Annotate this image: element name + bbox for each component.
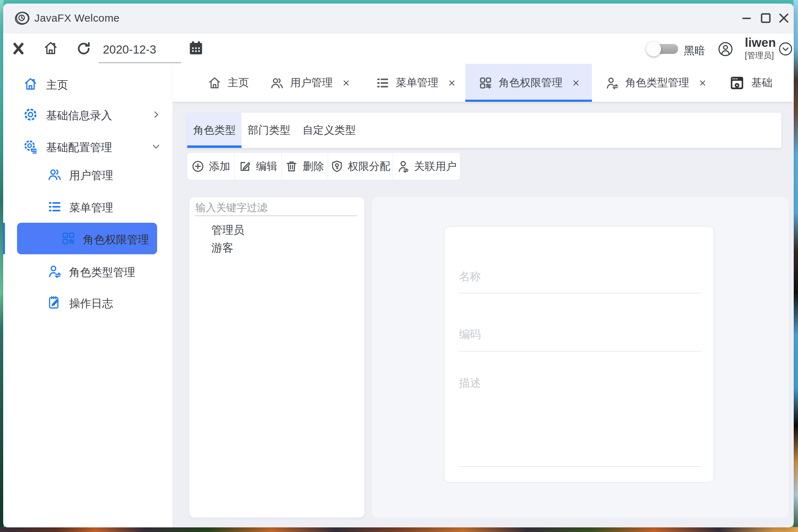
tab-close-icon[interactable] <box>572 79 580 87</box>
button-label: 关联用户 <box>414 159 456 174</box>
window-title: JavaFX Welcome <box>34 12 120 24</box>
sidebar-item-label: 角色类型管理 <box>69 265 135 280</box>
subtab-label: 部门类型 <box>248 123 290 138</box>
user-name[interactable]: liwen <box>745 35 776 50</box>
role-detail-form: 名称 编码 描述 <box>444 226 714 483</box>
app-logo-clock-icon <box>14 10 31 27</box>
sidebar-item-label: 主页 <box>46 78 68 93</box>
delete-button[interactable]: 删除 <box>281 153 328 180</box>
tab-label: 菜单管理 <box>396 76 438 90</box>
list-icon <box>48 200 62 214</box>
sidebar-item-basic-config[interactable]: 基础配置管理 <box>3 135 172 158</box>
tab-user-management[interactable]: 用户管理 <box>270 64 350 102</box>
link-users-button[interactable]: 关联用户 <box>393 153 460 180</box>
role-detail-panel: 名称 编码 描述 <box>372 197 789 518</box>
tab-role-permission-active[interactable]: 角色权限管理 <box>465 64 592 102</box>
tab-label: 基础 <box>751 76 772 90</box>
wallpaper-right-strip <box>793 0 798 532</box>
home-icon <box>208 76 221 90</box>
subtab-department-type[interactable]: 部门类型 <box>242 113 297 148</box>
maximize-button[interactable] <box>759 11 773 25</box>
app-window: JavaFX Welcome <box>3 4 794 527</box>
close-tabs-icon[interactable] <box>12 41 24 56</box>
edit-pencil-icon <box>239 160 251 173</box>
shield-key-icon <box>331 160 343 173</box>
sidebar-item-label: 菜单管理 <box>69 200 113 215</box>
home-icon[interactable] <box>43 41 58 56</box>
calendar-icon[interactable] <box>188 40 204 56</box>
sidebar-item-label: 操作日志 <box>69 296 113 311</box>
name-field-underline <box>458 293 702 293</box>
permission-assign-button[interactable]: 权限分配 <box>328 153 393 180</box>
sidebar-item-label: 用户管理 <box>69 168 113 183</box>
sidebar-item-home[interactable]: 主页 <box>3 73 172 95</box>
sidebar-item-role-permission[interactable]: 角色权限管理 <box>17 223 157 254</box>
chevron-down-icon <box>151 142 161 151</box>
filter-input[interactable]: 输入关键字过滤 <box>195 201 267 215</box>
user-role-badge: [管理员] <box>745 50 774 61</box>
trash-icon <box>285 160 298 173</box>
add-button[interactable]: 添加 <box>187 153 234 180</box>
description-field[interactable]: 描述 <box>459 376 481 390</box>
sidebar: 主页 基础信息录入 <box>3 64 172 527</box>
minimize-button[interactable] <box>739 11 754 25</box>
date-field[interactable]: 2020-12-3 <box>103 43 156 56</box>
components-grid-icon <box>61 231 76 245</box>
tab-label: 用户管理 <box>290 76 333 90</box>
gear-settings-icon <box>23 139 38 154</box>
sidebar-item-label: 基础信息录入 <box>46 108 112 123</box>
list-icon <box>376 76 389 90</box>
user-menu-chevron-icon[interactable] <box>778 42 793 56</box>
subtab-bar: 角色类型 部门类型 自定义类型 <box>187 113 781 148</box>
close-button[interactable] <box>777 11 791 25</box>
tab-label: 主页 <box>228 76 249 90</box>
sidebar-item-basic-info-entry[interactable]: 基础信息录入 <box>3 103 172 126</box>
tab-label: 角色类型管理 <box>625 76 689 90</box>
edit-button[interactable]: 编辑 <box>234 153 281 180</box>
tab-basic[interactable]: 基础 <box>729 64 772 102</box>
title-bar: JavaFX Welcome <box>3 4 794 33</box>
role-tree-panel: 输入关键字过滤 管理员 游客 <box>189 197 365 518</box>
tab-home[interactable]: 主页 <box>208 64 249 102</box>
tree-item-guest[interactable]: 游客 <box>211 240 233 255</box>
users-icon <box>48 167 62 182</box>
description-field-underline <box>458 466 702 467</box>
dark-mode-toggle-knob[interactable] <box>646 41 661 56</box>
tab-role-type-management[interactable]: 角色类型管理 <box>605 64 707 102</box>
user-swap-icon <box>48 264 62 278</box>
tab-close-icon[interactable] <box>698 79 707 87</box>
log-notebook-icon <box>48 295 62 310</box>
tab-menu-management[interactable]: 菜单管理 <box>376 64 456 102</box>
tab-label: 角色权限管理 <box>499 76 563 90</box>
user-swap-icon <box>605 76 619 90</box>
subtab-role-type[interactable]: 角色类型 <box>187 113 242 148</box>
sidebar-item-label: 基础配置管理 <box>46 140 112 155</box>
date-field-underline <box>99 62 181 63</box>
chevron-right-icon <box>151 110 161 120</box>
user-avatar-icon[interactable] <box>718 41 733 57</box>
sidebar-selection-indicator <box>3 223 5 254</box>
toolbar: 2020-12-3 黑暗 <box>3 33 794 64</box>
button-label: 权限分配 <box>348 159 390 174</box>
sidebar-item-operation-log[interactable]: 操作日志 <box>3 291 172 314</box>
name-field[interactable]: 名称 <box>459 269 481 284</box>
wallpaper-bottom-strip <box>0 527 798 532</box>
subtab-label: 角色类型 <box>193 123 236 138</box>
sidebar-item-menu-management[interactable]: 菜单管理 <box>3 195 172 218</box>
dark-mode-label: 黑暗 <box>684 44 705 58</box>
code-field[interactable]: 编码 <box>459 327 481 342</box>
subtab-label: 自定义类型 <box>303 123 356 138</box>
refresh-icon[interactable] <box>76 41 91 56</box>
button-label: 删除 <box>303 159 324 174</box>
sidebar-item-role-type[interactable]: 角色类型管理 <box>3 260 172 283</box>
tree-item-admin[interactable]: 管理员 <box>211 223 244 238</box>
components-grid-icon <box>479 76 492 90</box>
gear-icon <box>23 107 38 122</box>
tab-bar: 主页 用户管理 <box>172 64 794 102</box>
plus-circle-icon <box>192 160 204 173</box>
action-button-group: 添加 编辑 删除 <box>187 153 460 180</box>
subtab-custom-type[interactable]: 自定义类型 <box>297 113 362 148</box>
sidebar-item-user-management[interactable]: 用户管理 <box>3 163 172 186</box>
tab-close-icon[interactable] <box>342 79 350 87</box>
tab-close-icon[interactable] <box>448 79 456 87</box>
